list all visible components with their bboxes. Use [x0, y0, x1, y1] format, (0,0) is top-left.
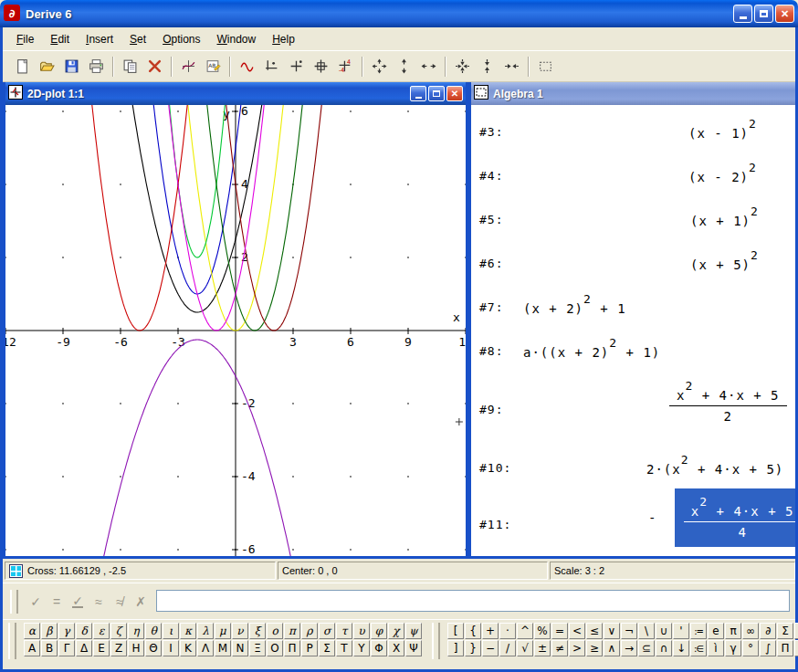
symbol-button[interactable]: φ	[371, 623, 387, 639]
symbol-button[interactable]: λ	[197, 623, 214, 639]
symbol-button[interactable]: ≤	[586, 623, 603, 639]
symbol-button[interactable]: °	[742, 640, 759, 656]
plot-maximize-button[interactable]	[428, 86, 445, 101]
symbol-button[interactable]: ∪	[656, 623, 672, 639]
symbol-button[interactable]: −	[482, 640, 499, 656]
symbol-button[interactable]: ε	[93, 623, 110, 639]
toolbar-zoom-in-vertical-button[interactable]	[476, 55, 499, 78]
symbol-button[interactable]: ο	[267, 623, 283, 639]
toolbar-save-button[interactable]	[60, 55, 83, 78]
expression[interactable]: (x - 1)2	[688, 125, 757, 141]
symbol-button[interactable]: /	[499, 640, 516, 656]
symbol-button[interactable]: Δ	[76, 640, 92, 656]
toolbar-open-folder-button[interactable]	[36, 55, 58, 78]
symbol-button[interactable]: ·	[499, 623, 516, 639]
toolbar-new-document-button[interactable]	[11, 55, 34, 78]
symbol-button[interactable]: α	[24, 623, 40, 639]
symbol-button[interactable]: Ι	[163, 640, 179, 656]
symbol-button[interactable]: ^	[517, 623, 533, 639]
clear-button[interactable]: ✗	[131, 592, 151, 612]
menu-edit[interactable]: Edit	[42, 30, 78, 48]
symbol-button[interactable]: ∩	[656, 640, 672, 656]
toolbar-aspect-ratio-button[interactable]	[534, 55, 557, 78]
symbol-button[interactable]: '	[673, 623, 689, 639]
maximize-button[interactable]	[754, 5, 773, 23]
toolbar-zoom-in-both-button[interactable]	[451, 55, 474, 78]
toolbar-zoom-in-horizontal-button[interactable]	[500, 55, 523, 78]
symbol-button[interactable]: η	[128, 623, 144, 639]
symbol-button[interactable]: ∨	[604, 623, 620, 639]
toolbar-copy-button[interactable]	[119, 55, 142, 78]
symbol-button[interactable]: √	[517, 640, 533, 656]
author-and-simplify-button[interactable]: ✓	[68, 592, 88, 612]
expression[interactable]: - x2 + 4·x + 54	[648, 488, 795, 547]
expression[interactable]: (x + 2)2 + 1	[523, 300, 626, 316]
symbol-button[interactable]: ν	[232, 623, 248, 639]
plot-close-button[interactable]: ✕	[446, 86, 463, 101]
symbol-button[interactable]: ρ	[301, 623, 318, 639]
symbol-button[interactable]: ∂	[760, 623, 776, 639]
symbol-button[interactable]: ψ	[405, 623, 422, 639]
expression[interactable]: (x + 5)2	[690, 257, 759, 272]
toolbar-zoom-out-both-button[interactable]	[368, 55, 391, 78]
toolbar-grip[interactable]	[8, 623, 16, 659]
menu-window[interactable]: Window	[209, 30, 265, 48]
toolbar-grip[interactable]	[432, 623, 440, 659]
symbol-button[interactable]: κ	[180, 623, 196, 639]
expression[interactable]: (x + 1)2	[690, 213, 759, 228]
minimize-button[interactable]	[733, 5, 752, 23]
symbol-button[interactable]: ∫	[760, 640, 776, 656]
symbol-button[interactable]: :=	[690, 623, 707, 639]
symbol-button[interactable]: σ	[319, 623, 335, 639]
symbol-button[interactable]: Σ	[319, 640, 335, 656]
symbol-button[interactable]: ⊆	[638, 640, 655, 656]
symbol-button[interactable]: ξ	[249, 623, 266, 639]
symbol-button[interactable]: γ	[58, 623, 75, 639]
symbol-button[interactable]: }	[465, 640, 481, 656]
toolbar-zoom-out-horizontal-button[interactable]	[417, 55, 440, 78]
symbol-button[interactable]: Σ	[777, 623, 793, 639]
simplify-button[interactable]: =	[47, 592, 67, 612]
toolbar-set-range-button[interactable]: 4-4	[334, 55, 357, 78]
close-button[interactable]: ✕	[775, 5, 794, 23]
symbol-button[interactable]: Α	[24, 640, 40, 656]
toolbar-axes-origin-button[interactable]	[260, 55, 283, 78]
menu-options[interactable]: Options	[154, 30, 208, 48]
expression[interactable]: a·((x + 2)2 + 1)	[523, 344, 660, 360]
symbol-button[interactable]: ∞	[742, 623, 759, 639]
toolbar-grip[interactable]	[10, 590, 18, 614]
symbol-button[interactable]: Θ	[145, 640, 162, 656]
symbol-button[interactable]: Λ	[197, 640, 214, 656]
toolbar-center-on-cross-button[interactable]	[310, 55, 332, 78]
symbol-button[interactable]: δ	[76, 623, 92, 639]
symbol-button[interactable]: →	[621, 640, 637, 656]
symbol-button[interactable]: Β	[41, 640, 58, 656]
expression-input[interactable]	[156, 590, 790, 612]
symbol-button[interactable]: ]	[447, 640, 464, 656]
symbol-button[interactable]: Ε	[93, 640, 110, 656]
symbol-button[interactable]: Ξ	[249, 640, 266, 656]
symbol-button[interactable]: Π	[777, 640, 793, 656]
symbol-button[interactable]: <	[569, 623, 585, 639]
toolbar-trace-mode-button[interactable]	[236, 55, 258, 78]
symbol-button[interactable]: +	[482, 623, 499, 639]
plot-minimize-button[interactable]	[410, 86, 426, 101]
symbol-button[interactable]: Ν	[232, 640, 248, 656]
symbol-button[interactable]: Ρ	[301, 640, 318, 656]
symbol-button[interactable]: Γ	[58, 640, 75, 656]
symbol-button[interactable]: θ	[145, 623, 162, 639]
symbol-button[interactable]: ∧	[604, 640, 620, 656]
symbol-button[interactable]: ≠	[551, 640, 568, 656]
symbol-button[interactable]: υ	[353, 623, 370, 639]
toolbar-delete-button[interactable]	[143, 55, 166, 78]
author-expression-button[interactable]: ✓	[26, 592, 46, 612]
expression[interactable]: x2 + 4·x + 52	[669, 375, 787, 424]
expression[interactable]: 2·(x2 + 4·x + 5)	[646, 461, 783, 477]
symbol-button[interactable]: ≥	[586, 640, 603, 656]
symbol-button[interactable]: [	[447, 623, 464, 639]
symbol-button[interactable]: ¬	[621, 623, 637, 639]
symbol-button[interactable]: Τ	[336, 640, 352, 656]
toolbar-annotate-button[interactable]: AB	[202, 55, 225, 78]
symbol-button[interactable]: Υ	[353, 640, 370, 656]
symbol-button[interactable]: Μ	[215, 640, 231, 656]
